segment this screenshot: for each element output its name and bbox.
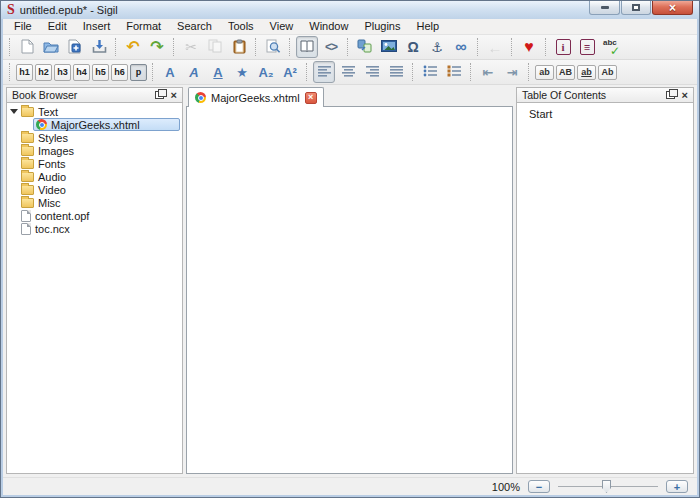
editor-canvas[interactable]: [186, 106, 513, 474]
editor-pane: MajorGeeks.xhtml ×: [186, 87, 513, 474]
tree-item-images[interactable]: Images: [7, 144, 182, 157]
open-button[interactable]: [40, 36, 62, 58]
undo-button[interactable]: ↶: [122, 36, 144, 58]
heading-h6-button[interactable]: h6: [111, 64, 128, 81]
tree-item-styles[interactable]: Styles: [7, 131, 182, 144]
toolbar-separator: [347, 38, 349, 56]
tree-item-text[interactable]: Text: [7, 105, 182, 118]
outdent-button[interactable]: ⇤: [477, 61, 499, 83]
menu-item-view[interactable]: View: [262, 19, 302, 34]
bold-button[interactable]: A: [159, 61, 181, 83]
tree-item-label: Video: [38, 184, 66, 196]
save-button[interactable]: [88, 36, 110, 58]
donate-button[interactable]: ♥: [518, 36, 540, 58]
subscript-icon: A₂: [258, 66, 273, 79]
heading-h2-button[interactable]: h2: [35, 64, 52, 81]
menu-item-help[interactable]: Help: [408, 19, 447, 34]
split-pages-icon: [357, 39, 373, 55]
tree-item-audio[interactable]: Audio: [7, 170, 182, 183]
star-format-button[interactable]: ★: [231, 61, 253, 83]
anchor-button[interactable]: ⚓: [426, 36, 448, 58]
toolbar-main: ↶ ↷ ✂ <> Ω ⚓ ∞ ← ♥ i ≡ abc✓: [3, 35, 697, 60]
redo-button[interactable]: ↷: [146, 36, 168, 58]
zoom-in-button[interactable]: +: [666, 480, 688, 493]
zoom-slider[interactable]: [558, 479, 658, 494]
link-button[interactable]: ∞: [450, 36, 472, 58]
heading-h3-button[interactable]: h3: [54, 64, 71, 81]
tab-majorgeeks[interactable]: MajorGeeks.xhtml ×: [188, 87, 324, 107]
back-button[interactable]: ←: [484, 36, 506, 58]
align-left-button[interactable]: [313, 61, 335, 83]
toc-item-start[interactable]: Start: [517, 105, 693, 120]
spellcheck-button[interactable]: abc✓: [600, 36, 622, 58]
cut-button[interactable]: ✂: [180, 36, 202, 58]
menu-item-insert[interactable]: Insert: [75, 19, 119, 34]
menu-item-format[interactable]: Format: [118, 19, 169, 34]
metadata-editor-button[interactable]: i: [552, 36, 574, 58]
align-right-button[interactable]: [361, 61, 383, 83]
close-panel-icon[interactable]: ×: [682, 90, 688, 101]
superscript-button[interactable]: A²: [279, 61, 301, 83]
menu-item-tools[interactable]: Tools: [220, 19, 262, 34]
titlebar[interactable]: S untitled.epub* - Sigil ×: [1, 1, 699, 19]
menu-item-file[interactable]: File: [6, 19, 40, 34]
folder-icon: [21, 159, 34, 169]
paragraph-button[interactable]: p: [130, 64, 147, 81]
titlecase-label: ab: [581, 67, 592, 77]
tree-item-fonts[interactable]: Fonts: [7, 157, 182, 170]
zoom-out-button[interactable]: −: [528, 480, 550, 493]
copy-button[interactable]: [204, 36, 226, 58]
book-view-button[interactable]: [296, 36, 318, 58]
italic-button[interactable]: A: [183, 61, 205, 83]
tab-close-button[interactable]: ×: [305, 92, 317, 104]
minimize-button[interactable]: [589, 1, 620, 15]
special-character-button[interactable]: Ω: [402, 36, 424, 58]
indent-button[interactable]: ⇥: [501, 61, 523, 83]
align-center-button[interactable]: [337, 61, 359, 83]
slider-thumb[interactable]: [602, 480, 611, 493]
heading-h4-button[interactable]: h4: [73, 64, 90, 81]
numbered-list-button[interactable]: [443, 61, 465, 83]
float-panel-icon[interactable]: [155, 91, 164, 99]
tree-item-video[interactable]: Video: [7, 183, 182, 196]
back-arrow-icon: ←: [488, 40, 503, 55]
menu-item-window[interactable]: Window: [301, 19, 356, 34]
tree-item-toc-ncx[interactable]: toc.ncx: [7, 222, 182, 235]
redo-icon: ↷: [150, 39, 163, 55]
align-justify-button[interactable]: [385, 61, 407, 83]
new-button[interactable]: [16, 36, 38, 58]
code-view-button[interactable]: <>: [320, 36, 342, 58]
find-button[interactable]: [262, 36, 284, 58]
close-button[interactable]: ×: [652, 1, 693, 15]
subscript-button[interactable]: A₂: [255, 61, 277, 83]
capitalize-button[interactable]: Ab: [598, 65, 617, 80]
titlecase-button[interactable]: ab: [577, 65, 596, 80]
heading-h5-button[interactable]: h5: [92, 64, 109, 81]
uppercase-button[interactable]: AB: [556, 65, 575, 80]
close-panel-icon[interactable]: ×: [171, 90, 177, 101]
tree-item-misc[interactable]: Misc: [7, 196, 182, 209]
paste-button[interactable]: [228, 36, 250, 58]
expand-arrow-icon[interactable]: [10, 109, 18, 114]
folder-icon: [21, 146, 34, 156]
menu-item-search[interactable]: Search: [169, 19, 220, 34]
heart-icon: ♥: [524, 39, 534, 55]
tree-item-label: MajorGeeks.xhtml: [51, 119, 140, 131]
bullet-list-button[interactable]: [419, 61, 441, 83]
maximize-button[interactable]: [621, 1, 651, 15]
toolbar-separator: [115, 38, 117, 56]
tree-item-label: content.opf: [35, 210, 89, 222]
add-existing-button[interactable]: [64, 36, 86, 58]
float-panel-icon[interactable]: [666, 91, 675, 99]
split-chapter-button[interactable]: [354, 36, 376, 58]
menu-item-plugins[interactable]: Plugins: [356, 19, 408, 34]
underline-button[interactable]: A: [207, 61, 229, 83]
tree-item-content-opf[interactable]: content.opf: [7, 209, 182, 222]
heading-h1-button[interactable]: h1: [16, 64, 33, 81]
insert-image-button[interactable]: [378, 36, 400, 58]
toolbar-separator: [173, 38, 175, 56]
menu-item-edit[interactable]: Edit: [40, 19, 75, 34]
lowercase-button[interactable]: ab: [535, 65, 554, 80]
toc-editor-button[interactable]: ≡: [576, 36, 598, 58]
tree-item-majorgeeks[interactable]: MajorGeeks.xhtml: [33, 118, 180, 131]
